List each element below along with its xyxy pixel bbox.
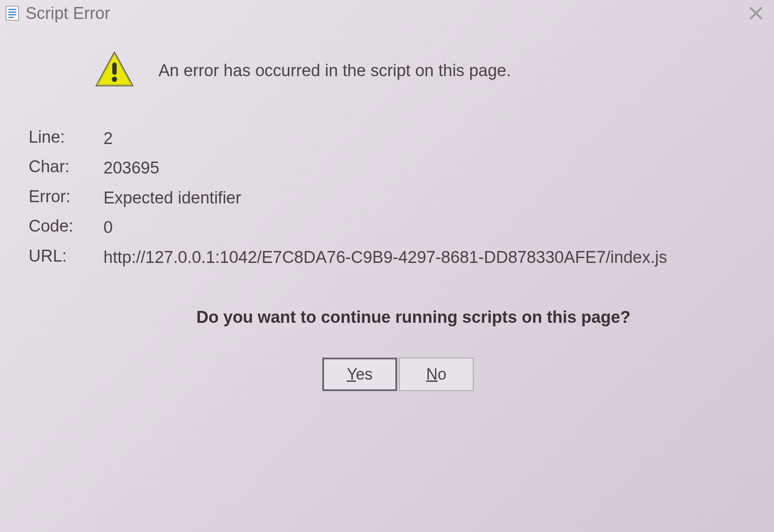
svg-rect-3 [8, 14, 16, 15]
button-row: Yes No [26, 358, 748, 391]
svg-rect-4 [8, 17, 14, 18]
header-row: An error has occurred in the script on t… [26, 48, 748, 92]
detail-row-url: URL: http://127.0.0.1:1042/E7C8DA76-C9B9… [29, 247, 748, 268]
svg-point-10 [112, 77, 117, 82]
svg-rect-0 [6, 6, 18, 20]
close-icon [748, 5, 764, 22]
url-label: URL: [29, 247, 103, 266]
yes-button[interactable]: Yes [322, 358, 397, 391]
script-error-dialog: Script Error An error has occurred in th… [0, 0, 774, 532]
url-value: http://127.0.0.1:1042/E7C8DA76-C9B9-4297… [103, 247, 748, 268]
document-icon [4, 5, 20, 21]
dialog-content: An error has occurred in the script on t… [0, 26, 774, 409]
warning-icon [92, 48, 136, 92]
detail-row-char: Char: 203695 [29, 157, 748, 179]
yes-mnemonic: Y [347, 365, 356, 383]
error-label: Error: [29, 187, 103, 206]
title-bar-left: Script Error [4, 4, 110, 23]
line-value: 2 [103, 128, 748, 149]
title-bar: Script Error [0, 0, 774, 26]
no-mnemonic: N [426, 365, 438, 383]
char-label: Char: [29, 157, 103, 176]
code-label: Code: [29, 217, 103, 236]
svg-rect-9 [112, 63, 117, 75]
continue-question: Do you want to continue running scripts … [26, 308, 748, 327]
char-value: 203695 [103, 157, 748, 179]
detail-row-error: Error: Expected identifier [29, 187, 748, 209]
svg-rect-2 [8, 11, 16, 13]
detail-row-line: Line: 2 [29, 128, 748, 149]
svg-rect-1 [8, 9, 16, 10]
close-button[interactable] [745, 2, 767, 24]
error-header-message: An error has occurred in the script on t… [158, 61, 511, 80]
line-label: Line: [29, 128, 103, 147]
no-button[interactable]: No [399, 358, 474, 391]
dialog-title: Script Error [26, 4, 110, 23]
error-value: Expected identifier [103, 187, 748, 209]
detail-row-code: Code: 0 [29, 217, 748, 238]
error-details: Line: 2 Char: 203695 Error: Expected ide… [26, 128, 748, 268]
code-value: 0 [103, 217, 748, 238]
